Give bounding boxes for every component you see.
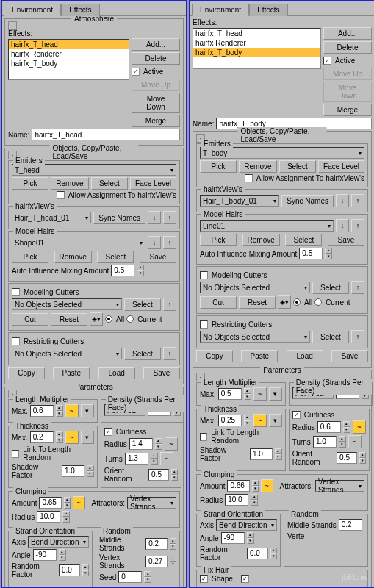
curve-icon[interactable]: ~ [261, 479, 273, 492]
axis-dropdown[interactable]: Bend Direction [28, 536, 89, 548]
reset-button[interactable]: Reset [51, 313, 87, 326]
select-button[interactable]: Select [91, 177, 128, 190]
emitters-dropdown[interactable]: T_body [200, 147, 364, 159]
facelevel-button[interactable]: Face Level [130, 177, 176, 190]
tab-effects[interactable]: Effects [249, 4, 287, 16]
pick-button[interactable]: Pick [12, 251, 48, 263]
opts-icon[interactable]: ▾ [269, 414, 282, 427]
all-radio[interactable] [105, 315, 112, 323]
attractors-dropdown[interactable]: Vertex Strands [127, 497, 176, 509]
sync-button[interactable]: Sync Names [93, 212, 145, 224]
max-spinner[interactable]: 0.5 [218, 388, 242, 400]
restcutters-checkbox[interactable] [200, 320, 208, 329]
orient-spinner[interactable]: 0.5 [148, 469, 169, 481]
active-checkbox[interactable]: ✓ [323, 57, 331, 65]
amount-spinner[interactable]: 0.66 [227, 480, 249, 492]
arrow-down-icon[interactable]: ↓ [336, 219, 349, 232]
list-item[interactable]: hairfx Renderer [193, 38, 320, 48]
reset-button[interactable]: Reset [239, 296, 276, 309]
tab-effects[interactable]: Effects [61, 4, 99, 16]
opts-icon[interactable]: ▾ [81, 431, 94, 444]
cut-button[interactable]: Cut [200, 296, 237, 309]
save-button[interactable]: Save [140, 251, 176, 263]
paste-button[interactable]: Paste [53, 367, 90, 379]
modcutters-checkbox[interactable] [12, 288, 20, 296]
shape-checkbox[interactable]: ✓ [200, 575, 208, 583]
autoinfl-spinner[interactable]: 0.5 [299, 248, 323, 259]
load-button[interactable]: Load [287, 350, 323, 362]
select-button[interactable]: Select [285, 234, 322, 246]
middle-spinner[interactable]: 0.2 [339, 519, 362, 531]
facelevel-button[interactable]: Face Level [318, 160, 364, 173]
angle-spinner[interactable]: -90 [221, 532, 245, 544]
name-input[interactable] [32, 129, 180, 140]
list-item[interactable]: hairfx Renderer [9, 49, 129, 59]
all-radio[interactable] [293, 298, 301, 306]
axis-dropdown[interactable]: Bend Direction [216, 519, 277, 531]
movedown-button[interactable]: Move Down [132, 93, 180, 113]
linklen-checkbox[interactable] [200, 433, 207, 441]
emitters-dropdown[interactable]: T_head [12, 164, 176, 176]
effects-listbox[interactable]: hairfx_T_head hairfx Renderer hairfx_T_b… [8, 39, 129, 80]
paste-button[interactable]: Paste [241, 350, 278, 362]
moveup-button[interactable]: Move Up [323, 68, 372, 80]
hairview-dropdown[interactable]: Hair_T_head_01 [12, 212, 91, 223]
restcutters-checkbox[interactable] [12, 337, 20, 345]
select-button[interactable]: Select [124, 298, 161, 311]
add-button[interactable]: Add... [323, 27, 372, 40]
curve-icon[interactable]: ~ [165, 437, 178, 451]
opts-icon[interactable]: ▾ [269, 387, 282, 401]
shadow-spinner[interactable]: 1.0 [62, 465, 84, 477]
movedown-button[interactable]: Move Down [323, 82, 372, 102]
thick-spinner[interactable]: 0.2 [30, 431, 54, 443]
allow-assign-checkbox[interactable] [245, 174, 253, 182]
cut-button[interactable]: Cut [12, 313, 48, 326]
arrow-up-icon[interactable]: ↑ [351, 219, 364, 232]
pick-button[interactable]: Pick [200, 160, 237, 173]
curve-icon[interactable]: ~ [73, 496, 85, 509]
current-radio[interactable] [126, 315, 134, 323]
radius-spinner[interactable]: 1.4 [129, 438, 153, 450]
autoinfl-spinner[interactable]: 0.5 [111, 265, 134, 276]
turns-spinner[interactable]: 1.3 [125, 453, 148, 465]
arrow-up-icon[interactable]: ↑ [351, 194, 364, 207]
tab-environment[interactable]: Environment [4, 4, 61, 16]
spin-down-icon[interactable]: ▾ [137, 270, 144, 276]
diamond-icon[interactable]: ◈▾ [90, 312, 103, 326]
arrow-icon[interactable]: ↑ [163, 298, 176, 311]
curliness-checkbox[interactable]: ✓ [292, 411, 301, 419]
arrow-icon[interactable]: ↑ [163, 347, 176, 360]
arrow-icon[interactable]: ↑ [351, 330, 364, 343]
copy-button[interactable]: Copy [8, 367, 45, 379]
shadow-spinner[interactable]: 1.0 [250, 448, 273, 460]
arrow-icon[interactable]: ↑ [351, 281, 364, 294]
active-checkbox[interactable]: ✓ [132, 68, 140, 76]
list-item[interactable]: hairfx_T_body [9, 59, 129, 68]
current-radio[interactable] [314, 298, 322, 306]
remove-button[interactable]: Remove [54, 251, 92, 263]
remove-button[interactable]: Remove [239, 160, 276, 173]
curve-icon[interactable]: ~ [253, 387, 267, 401]
select-button[interactable]: Select [312, 282, 349, 294]
pick-button[interactable]: Pick [12, 177, 48, 190]
merge-button[interactable]: Merge [132, 115, 180, 127]
diamond-icon[interactable]: ◈▾ [278, 295, 291, 309]
spin-up-icon[interactable]: ▴ [137, 265, 144, 270]
clumprad-spinner[interactable]: 10.0 [37, 511, 60, 523]
curve-icon[interactable]: ~ [160, 452, 173, 465]
curve-icon[interactable]: ~ [253, 414, 267, 427]
curve-icon[interactable]: ~ [65, 431, 79, 444]
middle-spinner[interactable]: 0.2 [145, 538, 168, 550]
noobj-dropdown[interactable]: No Objects Selected [200, 282, 310, 293]
curve-icon[interactable]: ~ [353, 420, 366, 434]
curve-icon[interactable]: ~ [65, 404, 79, 417]
thick-spinner[interactable]: 0.25 [218, 415, 242, 426]
moveup-button[interactable]: Move Up [132, 79, 180, 91]
save-button[interactable]: Save [331, 350, 368, 362]
seed-spinner[interactable]: 0 [118, 571, 142, 583]
max-spinner[interactable]: 0.6 [30, 405, 54, 417]
curve-icon[interactable]: ~ [348, 435, 362, 448]
pick-button[interactable]: Pick [200, 234, 237, 246]
radius-spinner[interactable]: 0.6 [317, 421, 341, 433]
amount-spinner[interactable]: 0.65 [39, 497, 61, 509]
